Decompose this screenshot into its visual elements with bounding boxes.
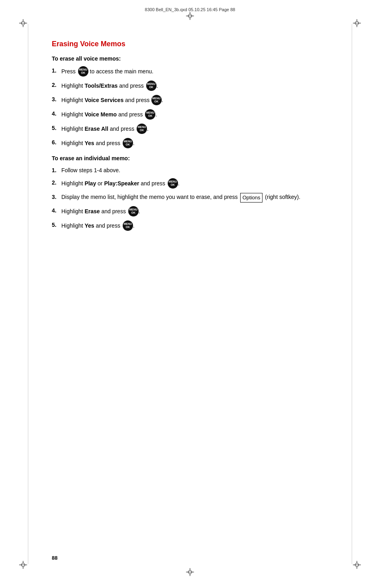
- erase-all-label: To erase all voice memos:: [52, 55, 328, 62]
- step-2-number: 2.: [52, 81, 61, 89]
- ind-step-2: 2. Highlight Play or Play:Speaker and pr…: [52, 179, 328, 189]
- step-2: 2. Highlight Tools/Extras and press MENU…: [52, 81, 328, 91]
- menu-ok-button-3: MENUOK: [151, 95, 162, 105]
- page-header: 8300 Bell_EN_3b.qxd 05.10.25 16:45 Page …: [24, 7, 356, 12]
- file-info: 8300 Bell_EN_3b.qxd 05.10.25 16:45 Page …: [145, 7, 235, 12]
- ind-step-4-content: Highlight Erase and press MENUOK.: [61, 206, 328, 217]
- step-2-content: Highlight Tools/Extras and press MENUOK.: [61, 81, 328, 91]
- ind-step-3-content: Display the memo list, highlight the mem…: [61, 193, 328, 203]
- step-4-number: 4.: [52, 110, 61, 118]
- step-2-bold: Tools/Extras: [84, 83, 118, 89]
- step-3: 3. Highlight Voice Services and pressMEN…: [52, 95, 328, 106]
- reg-mark-bl: [19, 561, 27, 569]
- step-4-bold: Voice Memo: [84, 111, 117, 118]
- ind-step-3: 3. Display the memo list, highlight the …: [52, 193, 328, 203]
- section-title: Erasing Voice Memos: [52, 40, 328, 48]
- step-6-number: 6.: [52, 138, 61, 147]
- reg-mark-top-center: [186, 12, 194, 20]
- erase-individual-steps: 1. Follow steps 1-4 above. 2. Highlight …: [52, 166, 328, 231]
- step-6: 6. Highlight Yes and press MENUOK.: [52, 138, 328, 149]
- menu-ok-button-2: MENUOK: [146, 81, 157, 91]
- step-1-content: Press MENUOK to access the main menu.: [61, 67, 328, 77]
- step-4-content: Highlight Voice Memo and press MENUOK.: [61, 110, 328, 120]
- ind-step-2-content: Highlight Play or Play:Speaker and press…: [61, 179, 328, 189]
- ind-step-4: 4. Highlight Erase and press MENUOK.: [52, 206, 328, 217]
- erase-individual-label: To erase an individual memo:: [52, 155, 328, 161]
- step-5-content: Highlight Erase All and press MENUOK.: [61, 124, 328, 134]
- reg-mark-tl: [19, 19, 27, 27]
- options-button: Options: [240, 193, 263, 203]
- step-5-bold: Erase All: [84, 126, 108, 132]
- ind-step-1-number: 1.: [52, 166, 61, 175]
- ind-step-3-number: 3.: [52, 193, 61, 201]
- menu-ok-button-ind-2: MENUOK: [168, 178, 178, 189]
- ind-step-2-number: 2.: [52, 179, 61, 187]
- ind-step-4-number: 4.: [52, 206, 61, 215]
- menu-ok-button-4: MENUOK: [145, 109, 155, 120]
- reg-mark-br: [353, 561, 361, 569]
- main-content: Erasing Voice Memos To erase all voice m…: [52, 40, 328, 548]
- step-3-number: 3.: [52, 95, 61, 104]
- step-3-content: Highlight Voice Services and pressMENUOK…: [61, 95, 328, 106]
- ind-step-5-number: 5.: [52, 221, 61, 229]
- ind-step-1: 1. Follow steps 1-4 above.: [52, 166, 328, 175]
- menu-ok-button-ind-5: MENUOK: [123, 220, 133, 231]
- side-line-left: [28, 24, 28, 564]
- menu-ok-button-ind-4: MENUOK: [128, 206, 139, 216]
- ind-step-2-bold2: Play:Speaker: [104, 180, 139, 187]
- ind-step-1-content: Follow steps 1-4 above.: [61, 166, 328, 175]
- ind-step-5: 5. Highlight Yes and press MENUOK.: [52, 221, 328, 231]
- step-1: 1. Press MENUOK to access the main menu.: [52, 67, 328, 77]
- step-6-content: Highlight Yes and press MENUOK.: [61, 138, 328, 149]
- reg-mark-bottom-center: [186, 568, 194, 576]
- ind-step-5-content: Highlight Yes and press MENUOK.: [61, 221, 328, 231]
- menu-ok-button-1: MENUOK: [78, 66, 88, 77]
- reg-mark-tr: [353, 19, 361, 27]
- side-line-right: [352, 24, 352, 564]
- menu-ok-button-5: MENUOK: [137, 124, 147, 134]
- step-5: 5. Highlight Erase All and press MENUOK.: [52, 124, 328, 134]
- step-6-bold: Yes: [84, 140, 94, 146]
- ind-step-5-bold: Yes: [84, 222, 94, 228]
- step-3-bold: Voice Services: [84, 97, 123, 103]
- ind-step-2-bold1: Play: [84, 180, 96, 187]
- erase-all-steps: 1. Press MENUOK to access the main menu.…: [52, 67, 328, 149]
- step-1-number: 1.: [52, 67, 61, 75]
- page-number: 88: [52, 555, 57, 561]
- step-5-number: 5.: [52, 124, 61, 132]
- ind-step-4-bold: Erase: [84, 208, 100, 214]
- step-4: 4. Highlight Voice Memo and press MENUOK…: [52, 110, 328, 120]
- menu-ok-button-6: MENUOK: [123, 138, 133, 148]
- page: 8300 Bell_EN_3b.qxd 05.10.25 16:45 Page …: [0, 0, 380, 588]
